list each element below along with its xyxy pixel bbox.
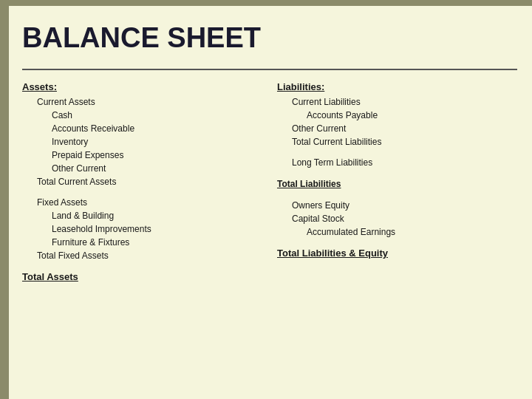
total-liabilities: Total Liabilities xyxy=(277,177,517,191)
top-accent-bar xyxy=(9,0,532,6)
land-building-item: Land & Building xyxy=(22,209,262,222)
assets-header: Assets: xyxy=(22,81,262,92)
leasehold-improvements-item: Leasehold Improvements xyxy=(22,222,262,236)
owners-equity: Owners Equity xyxy=(277,199,517,212)
accumulated-earnings: Accumulated Earnings xyxy=(277,225,517,239)
fixed-assets-label: Fixed Assets xyxy=(22,196,262,209)
total-current-assets: Total Current Assets xyxy=(22,175,262,188)
long-term-liabilities: Long Term Liabilities xyxy=(277,156,517,169)
furniture-fixtures-item: Furniture & Fixtures xyxy=(22,236,262,249)
liabilities-column: Liabilities: Current Liabilities Account… xyxy=(277,81,517,282)
current-liabilities-label: Current Liabilities xyxy=(277,95,517,109)
main-content: BALANCE SHEET Assets: Current Assets Cas… xyxy=(22,15,517,384)
cash-item: Cash xyxy=(22,109,262,122)
capital-stock: Capital Stock xyxy=(277,212,517,225)
total-current-liabilities: Total Current Liabilities xyxy=(277,135,517,149)
current-assets-label: Current Assets xyxy=(22,95,262,109)
accounts-receivable-item: Accounts Receivable xyxy=(22,122,262,135)
spacer3 xyxy=(277,169,517,177)
other-current-liabilities-item: Other Current xyxy=(277,122,517,135)
liabilities-header: Liabilities: xyxy=(277,81,517,92)
page: BALANCE SHEET Assets: Current Assets Cas… xyxy=(0,0,532,399)
inventory-item: Inventory xyxy=(22,135,262,149)
total-liabilities-equity: Total Liabilities & Equity xyxy=(277,248,517,259)
spacer4 xyxy=(277,191,517,199)
prepaid-expenses-item: Prepaid Expenses xyxy=(22,149,262,162)
total-assets: Total Assets xyxy=(22,271,262,282)
spacer2 xyxy=(277,149,517,156)
divider xyxy=(22,69,517,70)
assets-column: Assets: Current Assets Cash Accounts Rec… xyxy=(22,81,262,282)
two-column-layout: Assets: Current Assets Cash Accounts Rec… xyxy=(22,81,517,282)
page-title: BALANCE SHEET xyxy=(22,22,517,54)
accounts-payable-item: Accounts Payable xyxy=(277,109,517,122)
left-accent-bar xyxy=(0,0,9,399)
spacer1 xyxy=(22,188,262,196)
other-current-item: Other Current xyxy=(22,162,262,175)
total-fixed-assets: Total Fixed Assets xyxy=(22,249,262,262)
